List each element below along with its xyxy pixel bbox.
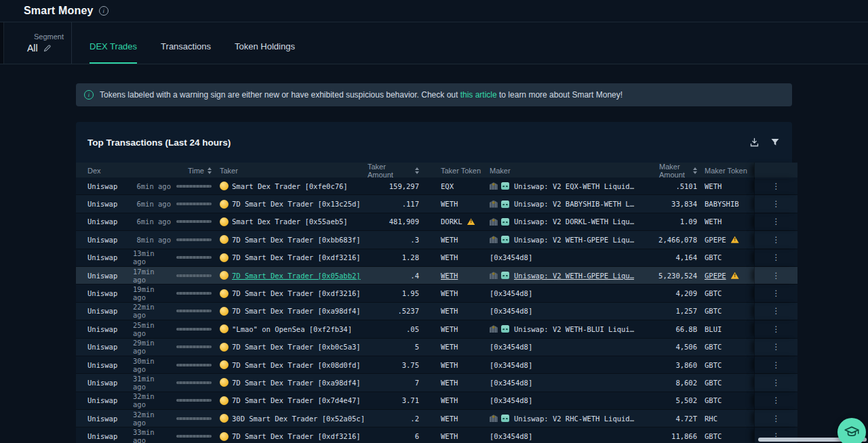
maker-token-link[interactable]: GPEPE [705, 236, 726, 244]
sort-icon[interactable] [415, 167, 419, 174]
maker-token-link[interactable]: GBTC [705, 307, 722, 315]
segment-selector[interactable]: Segment All [4, 22, 72, 64]
row-actions-button[interactable]: ⋮ [768, 289, 785, 298]
table-row[interactable]: Uniswap 6min ago 7D Smart Dex Trader [0x… [76, 195, 797, 213]
maker-token-link[interactable]: GPEPE [705, 272, 726, 280]
row-actions-button[interactable]: ⋮ [768, 360, 785, 370]
taker-link[interactable]: Smart Dex Trader [0x55aeb5] [232, 217, 348, 226]
taker-link[interactable]: 7D Smart Dex Trader [0x7d4e47] [232, 396, 361, 404]
table-row[interactable]: Uniswap 31min ago 7D Smart Dex Trader [0… [76, 374, 797, 392]
taker-token-link[interactable]: WETH [441, 272, 458, 280]
table-row[interactable]: Uniswap 19min ago 7D Smart Dex Trader [0… [76, 284, 797, 302]
sort-icon[interactable] [693, 167, 697, 174]
maker-token-link[interactable]: BLUI [705, 325, 722, 333]
taker-link[interactable]: Smart Dex Trader [0xfe0c76] [232, 182, 348, 190]
row-actions-button[interactable]: ⋮ [768, 217, 785, 226]
taker-link[interactable]: 7D Smart Dex Trader [0xb0c5a3] [232, 343, 361, 351]
edit-segment-icon[interactable] [43, 44, 52, 53]
row-actions-button[interactable]: ⋮ [768, 271, 785, 280]
row-actions-button[interactable]: ⋮ [768, 342, 785, 352]
taker-token-link[interactable]: DORKL [441, 217, 462, 226]
row-actions-button[interactable]: ⋮ [768, 182, 785, 191]
maker-link[interactable]: Uniswap: V2 DORKL-WETH Liqu… [514, 217, 634, 226]
row-actions-button[interactable]: ⋮ [768, 235, 785, 245]
taker-token-link[interactable]: WETH [441, 432, 458, 440]
row-actions-button[interactable]: ⋮ [768, 324, 785, 334]
maker-token-link[interactable]: GBTC [705, 343, 722, 351]
table-row[interactable]: Uniswap 32min ago 7D Smart Dex Trader [0… [76, 392, 797, 410]
row-actions-button[interactable]: ⋮ [768, 306, 785, 316]
row-actions-button[interactable]: ⋮ [768, 378, 785, 387]
taker-link[interactable]: 7D Smart Dex Trader [0x05abb2] [232, 272, 361, 280]
maker-link[interactable]: Uniswap: V2 EQX-WETH Liquid… [514, 182, 634, 190]
table-row[interactable]: Uniswap 8min ago 7D Smart Dex Trader [0x… [76, 231, 797, 249]
column-header-time[interactable]: Time [133, 167, 212, 175]
taker-link[interactable]: 7D Smart Dex Trader [0x13c25d] [232, 200, 361, 208]
info-icon[interactable]: i [99, 6, 108, 16]
table-row[interactable]: Uniswap 17min ago 7D Smart Dex Trader [0… [76, 267, 797, 284]
tab-transactions[interactable]: Transactions [161, 22, 211, 64]
maker-link[interactable]: [0x3454d8] [490, 253, 532, 261]
maker-link[interactable]: [0x3454d8] [490, 343, 532, 351]
maker-token-link[interactable]: GBTC [705, 432, 722, 440]
taker-link[interactable]: 7D Smart Dex Trader [0xa98df4] [232, 307, 361, 315]
maker-token-link[interactable]: GBTC [705, 396, 722, 404]
taker-link[interactable]: 7D Smart Dex Trader [0xa98df4] [232, 379, 361, 387]
maker-token-link[interactable]: WETH [705, 182, 722, 190]
table-row[interactable]: Uniswap 22min ago 7D Smart Dex Trader [0… [76, 303, 797, 320]
maker-link[interactable]: [0x3454d8] [490, 361, 532, 369]
column-header-taker-amount[interactable]: Taker Amount [368, 163, 420, 179]
maker-token-link[interactable]: BABYSHIB [705, 200, 739, 208]
this-article-link[interactable]: this article [460, 90, 497, 100]
row-actions-button[interactable]: ⋮ [768, 199, 785, 209]
maker-link[interactable]: Uniswap: V2 WETH-GPEPE Liqu… [514, 272, 634, 280]
column-header-maker-amount[interactable]: Maker Amount [659, 163, 698, 179]
filter-icon[interactable] [770, 138, 780, 147]
taker-token-link[interactable]: WETH [441, 379, 458, 387]
table-row[interactable]: Uniswap 30min ago 7D Smart Dex Trader [0… [76, 356, 797, 374]
taker-link[interactable]: 30D Smart Dex Trader [0x52a05c] [232, 415, 365, 423]
maker-link[interactable]: [0x3454d8] [490, 396, 532, 404]
maker-token-link[interactable]: GBTC [705, 361, 722, 369]
academy-button[interactable] [837, 418, 866, 443]
table-row[interactable]: Uniswap 25min ago "Lmao" on OpenSea [0xf… [76, 320, 797, 338]
maker-link[interactable]: Uniswap: V2 BABYSHIB-WETH L… [514, 200, 634, 208]
maker-token-link[interactable]: GBTC [705, 289, 722, 297]
taker-link[interactable]: 7D Smart Dex Trader [0xdf3216] [232, 253, 361, 261]
tab-dex-trades[interactable]: DEX Trades [90, 22, 137, 64]
maker-token-link[interactable]: RHC [705, 415, 717, 423]
taker-token-link[interactable]: WETH [441, 236, 458, 244]
download-icon[interactable] [749, 138, 760, 148]
taker-link[interactable]: 7D Smart Dex Trader [0x08d0fd] [232, 361, 361, 369]
table-row[interactable]: Uniswap 6min ago Smart Dex Trader [0xfe0… [76, 177, 797, 195]
maker-link[interactable]: Uniswap: V2 WETH-GPEPE Liqu… [514, 236, 634, 244]
table-row[interactable]: Uniswap 29min ago 7D Smart Dex Trader [0… [76, 339, 797, 356]
maker-link[interactable]: [0x3454d8] [490, 379, 532, 387]
maker-link[interactable]: Uniswap: V2 WETH-BLUI Liqui… [514, 325, 634, 333]
table-row[interactable]: Uniswap 13min ago 7D Smart Dex Trader [0… [76, 249, 797, 267]
taker-link[interactable]: 7D Smart Dex Trader [0xbb683f] [232, 236, 361, 244]
taker-token-link[interactable]: WETH [441, 253, 458, 261]
row-actions-button[interactable]: ⋮ [768, 414, 785, 423]
taker-token-link[interactable]: WETH [441, 343, 458, 351]
row-actions-button[interactable]: ⋮ [768, 253, 785, 262]
taker-token-link[interactable]: WETH [441, 289, 458, 297]
maker-link[interactable]: [0x3454d8] [490, 432, 532, 440]
taker-token-link[interactable]: WETH [441, 325, 458, 333]
maker-token-link[interactable]: GBTC [705, 379, 722, 387]
maker-token-link[interactable]: GBTC [705, 253, 722, 261]
maker-token-link[interactable]: WETH [705, 217, 722, 226]
taker-token-link[interactable]: WETH [441, 415, 458, 423]
maker-link[interactable]: [0x3454d8] [490, 289, 532, 297]
taker-token-link[interactable]: EQX [441, 182, 454, 190]
taker-token-link[interactable]: WETH [441, 361, 458, 369]
taker-token-link[interactable]: WETH [441, 200, 458, 208]
taker-link[interactable]: 7D Smart Dex Trader [0xdf3216] [232, 432, 361, 440]
taker-token-link[interactable]: WETH [441, 307, 458, 315]
taker-token-link[interactable]: WETH [441, 396, 458, 404]
taker-link[interactable]: 7D Smart Dex Trader [0xdf3216] [232, 289, 361, 297]
table-row[interactable]: Uniswap 33min ago 7D Smart Dex Trader [0… [76, 427, 797, 443]
table-row[interactable]: Uniswap 6min ago Smart Dex Trader [0x55a… [76, 213, 797, 231]
row-actions-button[interactable]: ⋮ [768, 396, 785, 405]
tab-token-holdings[interactable]: Token Holdings [235, 22, 295, 64]
